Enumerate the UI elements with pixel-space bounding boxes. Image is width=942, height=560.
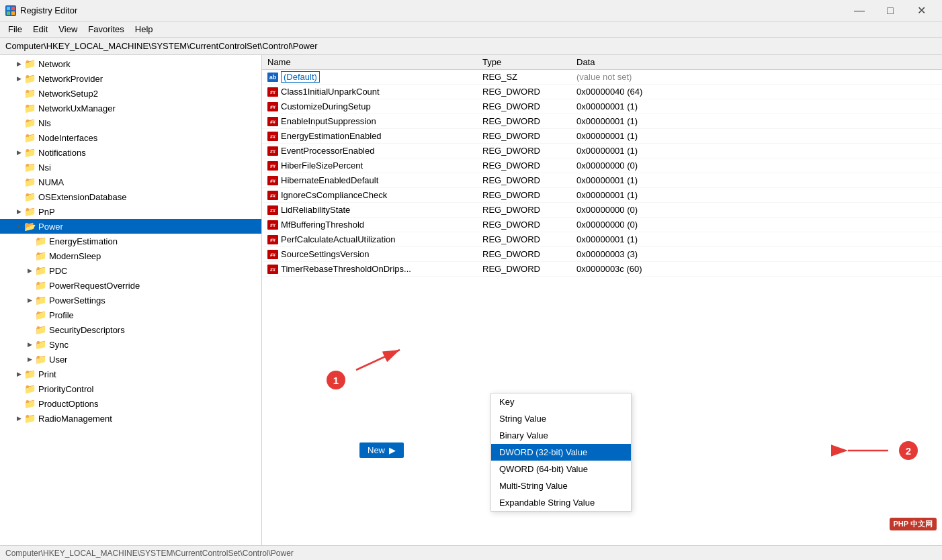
submenu-item-binary-value[interactable]: Binary Value (491, 427, 631, 444)
tree-item-powerrequestoverride[interactable]: 📁 PowerRequestOverride (0, 278, 261, 293)
tree-item-nsi[interactable]: 📁 Nsi (0, 160, 261, 175)
tree-item-profile[interactable]: 📁 Profile (0, 308, 261, 322)
tree-item-numa[interactable]: 📁 NUMA (0, 175, 261, 189)
cell-name: ##EnergyEstimationEnabled (262, 129, 477, 144)
cell-name: ##HibernateEnabledDefault (262, 173, 477, 188)
maximize-button[interactable]: □ (875, 0, 906, 21)
new-button-arrow-icon: ▶ (389, 445, 396, 455)
tree-item-sync[interactable]: ▶ 📁 Sync (0, 337, 261, 352)
window-title: Registry Editor (20, 5, 844, 15)
cell-name: ab(Default) (262, 70, 477, 85)
registry-table: Name Type Data ab(Default)REG_SZ(value n… (262, 55, 942, 277)
tree-item-pdc[interactable]: ▶ 📁 PDC (0, 263, 261, 278)
cell-name: ##MfBufferingThreshold (262, 218, 477, 232)
table-row[interactable]: ##TimerRebaseThresholdOnDrips...REG_DWOR… (262, 262, 942, 277)
tree-label-power: Power (38, 222, 63, 232)
table-row[interactable]: ##HiberFileSizePercentREG_DWORD0x0000000… (262, 158, 942, 173)
table-row[interactable]: ##EventProcessorEnabledREG_DWORD0x000000… (262, 144, 942, 158)
menu-favorites[interactable]: Favorites (83, 23, 129, 36)
cell-type: REG_DWORD (477, 85, 571, 99)
submenu-item-expandable-string-value[interactable]: Expandable String Value (491, 494, 631, 511)
tree-item-notifications[interactable]: ▶ 📁 Notifications (0, 145, 261, 160)
table-row[interactable]: ##SourceSettingsVersionREG_DWORD0x000000… (262, 247, 942, 262)
submenu-item-key[interactable]: Key (491, 393, 631, 410)
expand-pnp[interactable]: ▶ (13, 206, 24, 217)
cell-data: 0x00000001 (1) (571, 144, 942, 158)
tree-label-networksetup2: NetworkSetup2 (38, 89, 98, 99)
tree-item-networkprovider[interactable]: ▶ 📁 NetworkProvider (0, 71, 261, 86)
tree-item-powersettings[interactable]: ▶ 📁 PowerSettings (0, 293, 261, 308)
expand-user[interactable]: ▶ (24, 354, 35, 365)
col-type: Type (477, 55, 571, 70)
expand-power[interactable]: ▼ (13, 221, 24, 232)
menu-view[interactable]: View (53, 23, 83, 36)
expand-radiomanagement[interactable]: ▶ (13, 413, 24, 424)
tree-item-pnp[interactable]: ▶ 📁 PnP (0, 204, 261, 219)
cell-type: REG_DWORD (477, 144, 571, 158)
table-row[interactable]: ##HibernateEnabledDefaultREG_DWORD0x0000… (262, 173, 942, 188)
table-row[interactable]: ##EnableInputSuppressionREG_DWORD0x00000… (262, 114, 942, 129)
tree-item-user[interactable]: ▶ 📁 User (0, 352, 261, 367)
tree-item-radiomanagement[interactable]: ▶ 📁 RadioManagement (0, 411, 261, 426)
close-button[interactable]: ✕ (906, 0, 937, 21)
new-button-container: New ▶ (359, 442, 404, 458)
tree-item-power[interactable]: ▼ 📂 Power (0, 219, 261, 234)
folder-icon-osextensiondb: 📁 (24, 191, 36, 202)
table-row[interactable]: ab(Default)REG_SZ(value not set) (262, 70, 942, 85)
tree-item-nodeinterfaces[interactable]: 📁 NodeInterfaces (0, 130, 261, 145)
cell-data: 0x00000001 (1) (571, 188, 942, 203)
tree-label-sync: Sync (49, 340, 69, 350)
submenu-item-qword-64-bit-value[interactable]: QWORD (64-bit) Value (491, 461, 631, 477)
table-row[interactable]: ##CustomizeDuringSetupREG_DWORD0x0000000… (262, 99, 942, 114)
expand-print[interactable]: ▶ (13, 369, 24, 379)
table-row[interactable]: ##MfBufferingThresholdREG_DWORD0x0000000… (262, 218, 942, 232)
tree-item-networkuxmanager[interactable]: 📁 NetworkUxManager (0, 101, 261, 115)
main-area: ▶ 📁 Network ▶ 📁 NetworkProvider 📁 Networ… (0, 55, 942, 545)
table-row[interactable]: ##LidReliabilityStateREG_DWORD0x00000000… (262, 203, 942, 218)
submenu-item-dword-32-bit-value[interactable]: DWORD (32-bit) Value (491, 444, 631, 461)
menu-help[interactable]: Help (130, 23, 159, 36)
tree-item-nls[interactable]: 📁 Nls (0, 115, 261, 130)
tree-item-energyestimation[interactable]: 📁 EnergyEstimation (0, 234, 261, 248)
tree-content[interactable]: ▶ 📁 Network ▶ 📁 NetworkProvider 📁 Networ… (0, 55, 261, 545)
arrow-1-svg: 1 (323, 336, 403, 397)
tree-label-numa: NUMA (38, 177, 64, 187)
menu-edit[interactable]: Edit (28, 23, 53, 36)
tree-item-productoptions[interactable]: 📁 ProductOptions (0, 396, 261, 411)
expand-notifications[interactable]: ▶ (13, 147, 24, 158)
new-button[interactable]: New ▶ (359, 442, 404, 458)
menu-file[interactable]: File (3, 23, 28, 36)
table-row[interactable]: ##EnergyEstimationEnabledREG_DWORD0x0000… (262, 129, 942, 144)
tree-item-network[interactable]: ▶ 📁 Network (0, 56, 261, 71)
folder-icon-print: 📁 (24, 369, 36, 379)
minimize-button[interactable]: — (844, 0, 875, 21)
table-row[interactable]: ##Class1InitialUnparkCountREG_DWORD0x000… (262, 85, 942, 99)
cell-data: 0x00000001 (1) (571, 232, 942, 247)
submenu-item-multi-string-value[interactable]: Multi-String Value (491, 477, 631, 494)
tree-item-prioritycontrol[interactable]: 📁 PriorityControl (0, 381, 261, 396)
cell-name: ##EventProcessorEnabled (262, 144, 477, 158)
folder-icon-prioritycontrol: 📁 (24, 383, 36, 394)
folder-icon-network: 📁 (24, 58, 36, 69)
tree-label-osextensiondb: OSExtensionDatabase (38, 192, 127, 202)
expand-networkprovider[interactable]: ▶ (13, 73, 24, 84)
table-row[interactable]: ##IgnoreCsComplianceCheckREG_DWORD0x0000… (262, 188, 942, 203)
folder-icon-profile: 📁 (35, 310, 46, 320)
status-text: Computer\HKEY_LOCAL_MACHINE\SYSTEM\Curre… (5, 549, 294, 558)
cell-name: ##IgnoreCsComplianceCheck (262, 188, 477, 203)
tree-label-networkuxmanager: NetworkUxManager (38, 103, 116, 113)
folder-icon-notifications: 📁 (24, 147, 36, 158)
expand-powersettings[interactable]: ▶ (24, 295, 35, 306)
cell-data: 0x00000001 (1) (571, 99, 942, 114)
submenu-item-string-value[interactable]: String Value (491, 410, 631, 427)
tree-item-osextensiondb[interactable]: 📁 OSExtensionDatabase (0, 189, 261, 204)
expand-sync[interactable]: ▶ (24, 339, 35, 350)
table-row[interactable]: ##PerfCalculateActualUtilizationREG_DWOR… (262, 232, 942, 247)
expand-network[interactable]: ▶ (13, 58, 24, 69)
expand-pdc[interactable]: ▶ (24, 265, 35, 276)
tree-item-securitydescriptors[interactable]: 📁 SecurityDescriptors (0, 322, 261, 337)
tree-item-networksetup2[interactable]: 📁 NetworkSetup2 (0, 86, 261, 101)
tree-item-print[interactable]: ▶ 📁 Print (0, 367, 261, 381)
cell-name: ##LidReliabilityState (262, 203, 477, 218)
tree-item-modernsleep[interactable]: 📁 ModernSleep (0, 248, 261, 263)
